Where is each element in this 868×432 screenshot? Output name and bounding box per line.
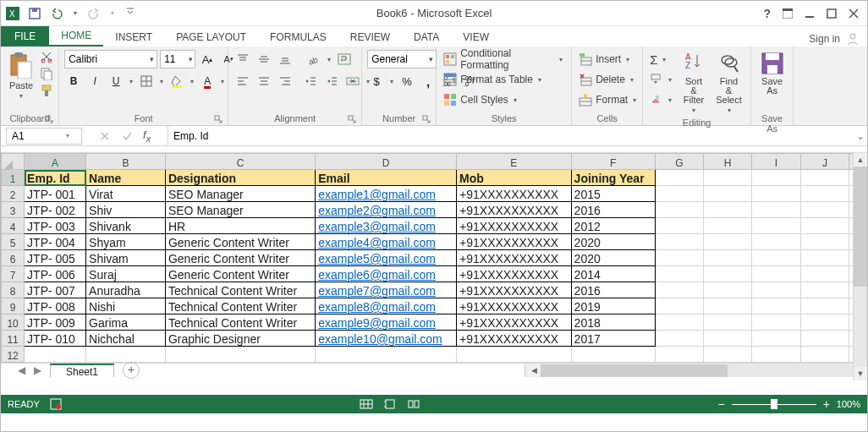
zoom-in-button[interactable]: + — [823, 397, 830, 411]
align-right-icon[interactable] — [276, 72, 294, 90]
cell[interactable]: JTP- 005 — [25, 250, 86, 266]
tab-data[interactable]: DATA — [402, 28, 451, 46]
cell[interactable] — [655, 266, 703, 282]
cell[interactable] — [655, 202, 703, 218]
cell[interactable] — [655, 347, 703, 363]
cell[interactable] — [752, 202, 800, 218]
tab-home[interactable]: HOME — [49, 26, 103, 46]
cell[interactable] — [800, 202, 849, 218]
cell[interactable] — [655, 250, 703, 266]
ribbon-display-icon[interactable] — [783, 8, 793, 19]
cell[interactable]: JTP- 001 — [25, 186, 86, 202]
align-top-icon[interactable] — [233, 50, 252, 68]
cell[interactable] — [704, 331, 752, 347]
cell[interactable] — [752, 314, 800, 331]
add-sheet-button[interactable]: + — [123, 362, 140, 379]
row-header[interactable]: 7 — [2, 266, 25, 282]
cell[interactable]: Nishi — [86, 298, 166, 314]
sheet-tab-1[interactable]: Sheet1 — [50, 364, 114, 377]
cell[interactable] — [800, 186, 849, 202]
cell[interactable]: Technical Content Writer — [165, 298, 315, 314]
cell[interactable]: Shiv — [86, 202, 166, 218]
undo-dropdown[interactable]: ▾ — [72, 9, 79, 17]
orientation-icon[interactable]: ab — [305, 50, 323, 68]
cell[interactable]: example3@gmail.com — [316, 218, 457, 234]
cell[interactable] — [704, 234, 752, 250]
find-select-button[interactable]: Find & Select▾ — [712, 50, 745, 116]
cell[interactable]: Designation — [165, 170, 315, 186]
cell[interactable] — [655, 314, 703, 331]
cell[interactable]: +91XXXXXXXXXX — [457, 331, 572, 347]
insert-cells-button[interactable]: Insert▾ — [577, 50, 633, 68]
cell[interactable] — [752, 266, 800, 282]
qat-customize[interactable] — [124, 7, 141, 20]
row-header[interactable]: 10 — [2, 314, 25, 331]
row-header[interactable]: 2 — [2, 186, 25, 202]
cell[interactable] — [752, 250, 800, 266]
format-painter-icon[interactable] — [40, 84, 53, 97]
increase-indent-icon[interactable] — [322, 72, 341, 90]
name-box[interactable]: ▾ — [6, 128, 82, 145]
cell[interactable] — [800, 331, 849, 347]
save-as-button[interactable]: Save As — [756, 50, 788, 97]
cell[interactable]: 2018 — [571, 314, 655, 331]
page-layout-view-icon[interactable] — [382, 397, 398, 411]
row-header[interactable]: 9 — [2, 298, 25, 314]
cell[interactable] — [655, 186, 703, 202]
cell[interactable] — [800, 170, 849, 186]
cell[interactable]: 2012 — [571, 218, 655, 234]
row-header[interactable]: 3 — [2, 202, 25, 218]
zoom-out-button[interactable]: − — [717, 397, 724, 411]
tab-view[interactable]: VIEW — [451, 28, 501, 46]
cell[interactable]: 2016 — [571, 202, 655, 218]
cell[interactable] — [752, 218, 800, 234]
cell[interactable]: Technical Content Writer — [165, 282, 315, 298]
tab-page-layout[interactable]: PAGE LAYOUT — [164, 28, 258, 46]
cell[interactable] — [752, 282, 800, 298]
cell[interactable] — [571, 347, 655, 363]
sign-in-link[interactable]: Sign in — [809, 33, 840, 45]
column-header[interactable]: A — [25, 154, 86, 170]
cell[interactable] — [704, 282, 752, 298]
cell[interactable] — [800, 266, 849, 282]
cell[interactable] — [800, 282, 849, 298]
cell[interactable] — [86, 347, 166, 363]
cell-styles-button[interactable]: Cell Styles▾ — [442, 90, 520, 109]
cell[interactable]: example8@gmail.com — [316, 298, 457, 314]
row-header[interactable]: 12 — [2, 347, 25, 363]
number-launcher[interactable] — [422, 115, 431, 123]
cell[interactable]: 2015 — [571, 186, 655, 202]
align-left-icon[interactable] — [233, 72, 252, 90]
cell[interactable]: 2020 — [571, 234, 655, 250]
vertical-scrollbar[interactable]: ▲▼ — [853, 153, 867, 380]
percent-icon[interactable]: % — [398, 72, 416, 90]
cell[interactable]: Technical Content Writer — [165, 314, 315, 331]
redo-icon[interactable] — [87, 7, 101, 20]
cell[interactable] — [655, 282, 703, 298]
cell[interactable]: JTP- 010 — [25, 331, 86, 347]
column-header[interactable]: J — [800, 154, 849, 170]
cell[interactable] — [752, 170, 800, 186]
cell[interactable] — [704, 170, 752, 186]
cell[interactable]: Garima — [86, 314, 166, 331]
bold-button[interactable]: B — [64, 72, 83, 90]
row-header[interactable]: 4 — [2, 218, 25, 234]
alignment-launcher[interactable] — [348, 115, 356, 123]
tab-formulas[interactable]: FORMULAS — [258, 28, 338, 46]
cell[interactable]: +91XXXXXXXXXX — [457, 234, 572, 250]
cell[interactable]: Anuradha — [86, 282, 166, 298]
cell[interactable] — [655, 298, 703, 314]
cell[interactable]: Shyam — [86, 234, 166, 250]
cell[interactable]: example1@gmail.com — [316, 186, 457, 202]
fill-button[interactable]: ▾ — [648, 70, 675, 89]
fill-color-button[interactable] — [168, 72, 186, 90]
cell[interactable]: +91XXXXXXXXXX — [457, 282, 572, 298]
cell[interactable]: Suraj — [86, 266, 166, 282]
cell[interactable]: +91XXXXXXXXXX — [457, 250, 572, 266]
column-header[interactable]: F — [571, 154, 655, 170]
cell[interactable]: example9@gmail.com — [316, 314, 457, 331]
column-header[interactable]: H — [704, 154, 752, 170]
cell[interactable] — [704, 347, 752, 363]
cell[interactable] — [457, 347, 572, 363]
cell[interactable]: +91XXXXXXXXXX — [457, 298, 572, 314]
